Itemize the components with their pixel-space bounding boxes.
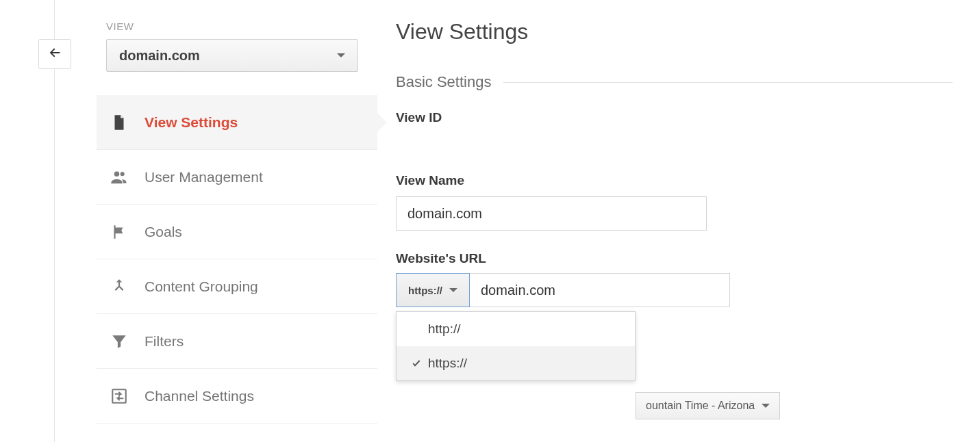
timezone-value: ountain Time - Arizona (646, 400, 755, 412)
protocol-option-label: http:// (428, 322, 461, 337)
section-divider (503, 82, 953, 83)
protocol-dropdown-button[interactable]: https:// (396, 273, 470, 307)
nav-item-label: User Management (145, 169, 263, 185)
nav-item-label: Content Grouping (145, 278, 258, 295)
svg-rect-2 (112, 389, 126, 403)
view-selector-dropdown[interactable]: domain.com (106, 39, 358, 72)
funnel-icon (109, 331, 129, 352)
view-name-input[interactable] (396, 196, 707, 231)
nav-item-content-grouping[interactable]: Content Grouping (97, 259, 377, 314)
website-url-label: Website's URL (396, 251, 953, 266)
website-url-input[interactable] (470, 273, 730, 307)
flag-icon (109, 222, 129, 242)
protocol-option-http[interactable]: http:// (397, 312, 635, 346)
view-id-label: View ID (396, 110, 953, 125)
view-section-label: VIEW (106, 21, 377, 32)
nav-item-channel-settings[interactable]: Channel Settings (97, 369, 377, 424)
swap-icon (109, 386, 129, 406)
nav-list: View Settings User Management Goals Cont… (97, 95, 377, 424)
section-header-basic: Basic Settings (396, 73, 953, 91)
nav-item-filters[interactable]: Filters (97, 314, 377, 369)
nav-item-goals[interactable]: Goals (97, 205, 377, 259)
view-name-label: View Name (396, 173, 953, 188)
protocol-option-https[interactable]: https:// (397, 346, 635, 380)
section-title: Basic Settings (396, 73, 491, 91)
nav-item-user-management[interactable]: User Management (97, 150, 377, 205)
svg-point-0 (114, 171, 119, 176)
protocol-dropdown-menu: http:// https:// (396, 311, 636, 381)
page-title: View Settings (396, 19, 953, 44)
document-icon (109, 112, 129, 133)
check-icon (410, 358, 423, 369)
nav-item-label: Channel Settings (145, 388, 254, 404)
users-icon (109, 167, 129, 187)
content-panel: View Settings Basic Settings View ID Vie… (396, 0, 980, 381)
nav-item-view-settings[interactable]: View Settings (97, 95, 377, 150)
view-selector-value: domain.com (119, 48, 200, 64)
website-url-row: https:// (396, 273, 730, 307)
timezone-dropdown[interactable]: ountain Time - Arizona (636, 392, 780, 419)
sidebar: VIEW domain.com View Settings User Manag… (97, 0, 377, 424)
caret-down-icon (449, 288, 457, 292)
protocol-option-label: https:// (428, 356, 467, 371)
caret-down-icon (762, 404, 770, 408)
nav-item-label: Goals (145, 224, 182, 240)
merge-icon (109, 276, 129, 297)
back-arrow-icon (47, 45, 62, 63)
svg-point-1 (121, 172, 125, 176)
back-button[interactable] (38, 39, 71, 69)
nav-item-label: Filters (145, 333, 184, 350)
nav-item-label: View Settings (145, 114, 238, 131)
caret-down-icon (337, 53, 345, 57)
protocol-selected: https:// (408, 285, 442, 296)
